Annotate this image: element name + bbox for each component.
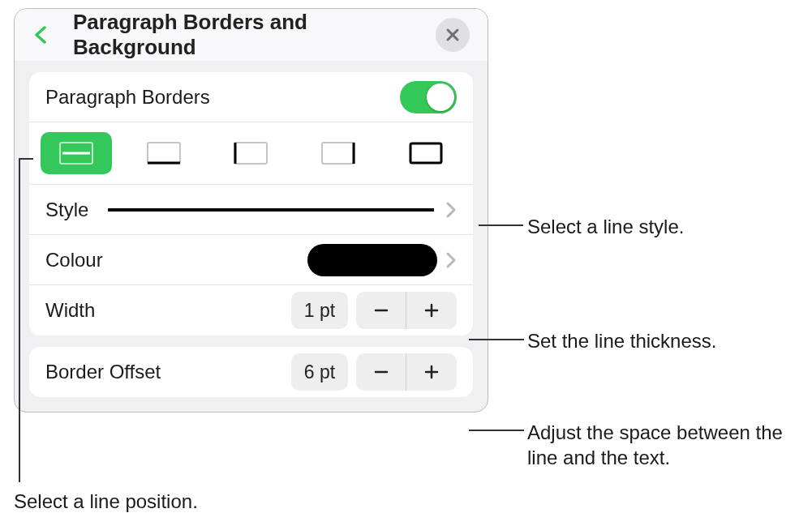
offset-value: 6 pt <box>291 353 348 391</box>
colour-label: Colour <box>45 249 103 271</box>
border-left-icon <box>234 142 268 165</box>
width-stepper-group: 1 pt <box>291 292 457 329</box>
chevron-right-icon <box>445 251 457 269</box>
border-position-middle[interactable] <box>41 132 112 174</box>
border-position-all[interactable] <box>390 132 462 174</box>
callout-width: Set the line thickness. <box>527 328 716 353</box>
style-row[interactable]: Style <box>29 185 473 235</box>
width-decrement[interactable] <box>356 292 406 329</box>
border-right-icon <box>321 142 355 165</box>
callout-line <box>19 158 33 160</box>
close-button[interactable] <box>436 18 470 52</box>
border-position-left[interactable] <box>215 132 286 174</box>
format-panel: Paragraph Borders and Background Paragra… <box>14 8 488 413</box>
style-label: Style <box>45 199 88 221</box>
border-offset-row: Border Offset 6 pt <box>29 347 473 397</box>
section-offset: Border Offset 6 pt <box>29 347 473 397</box>
callout-style: Select a line style. <box>527 214 684 239</box>
callout-offset: Adjust the space between the line and th… <box>527 420 803 470</box>
paragraph-borders-toggle[interactable] <box>400 81 457 113</box>
minus-icon <box>372 363 390 381</box>
callout-line <box>469 430 524 431</box>
toggle-label: Paragraph Borders <box>45 86 210 109</box>
chevron-right-icon <box>445 201 457 219</box>
callout-line <box>19 158 20 482</box>
width-value: 1 pt <box>291 292 348 329</box>
border-middle-icon <box>59 142 93 165</box>
offset-stepper-group: 6 pt <box>291 353 457 391</box>
border-position-right[interactable] <box>303 132 374 174</box>
plus-icon <box>423 363 440 381</box>
width-row: Width 1 pt <box>29 285 473 336</box>
border-offset-label: Border Offset <box>45 361 161 383</box>
plus-icon <box>423 301 440 319</box>
colour-swatch[interactable] <box>307 244 437 276</box>
close-icon <box>445 28 460 42</box>
paragraph-borders-toggle-row: Paragraph Borders <box>29 72 473 122</box>
offset-stepper <box>356 353 457 391</box>
callout-position: Select a line position. <box>14 489 198 513</box>
panel-title: Paragraph Borders and Background <box>73 10 436 60</box>
svg-rect-4 <box>148 143 180 164</box>
panel-header: Paragraph Borders and Background <box>15 9 488 61</box>
svg-rect-6 <box>234 143 267 164</box>
width-stepper <box>356 292 457 329</box>
style-preview <box>108 208 434 212</box>
width-label: Width <box>45 299 95 322</box>
offset-decrement[interactable] <box>356 353 406 391</box>
border-all-icon <box>409 142 443 165</box>
toggle-knob <box>427 83 454 111</box>
callout-line <box>469 339 524 340</box>
back-icon[interactable] <box>32 26 50 44</box>
width-increment[interactable] <box>406 292 457 329</box>
colour-row[interactable]: Colour <box>29 235 473 285</box>
section-borders: Paragraph Borders <box>29 72 473 336</box>
offset-increment[interactable] <box>406 353 457 391</box>
callout-line <box>479 224 523 226</box>
svg-rect-10 <box>410 143 441 163</box>
svg-rect-8 <box>322 143 354 164</box>
border-bottom-icon <box>147 142 181 165</box>
border-position-row <box>29 122 473 185</box>
minus-icon <box>372 301 390 319</box>
border-position-bottom[interactable] <box>128 132 200 174</box>
